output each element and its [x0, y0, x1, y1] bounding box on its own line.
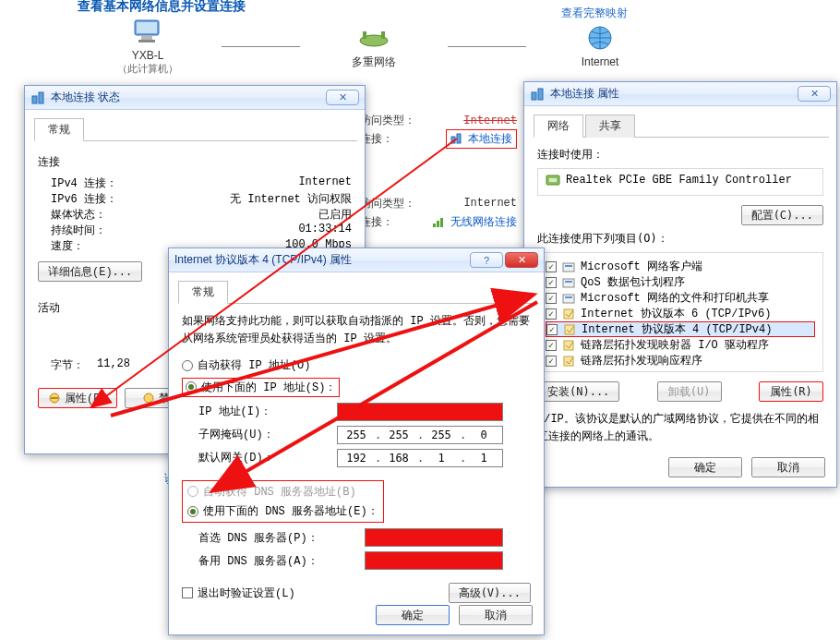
close-icon[interactable]: ✕ — [798, 86, 831, 102]
connection-item[interactable]: Internet 协议版本 6 (TCP/IPv6) — [546, 306, 815, 321]
gw-oct1: 192 — [340, 452, 373, 465]
access-type-label2: 访问类型： — [360, 196, 415, 211]
gateway-input[interactable]: 192. 168. 1. 1 — [337, 449, 503, 467]
adapter-icon — [546, 173, 560, 187]
mask-oct2: 255 — [382, 429, 415, 441]
props-title: 本地连接 属性 — [550, 86, 619, 102]
svg-rect-24 — [563, 279, 574, 287]
gw-oct4: 1 — [467, 452, 500, 465]
close-icon[interactable]: ✕ — [505, 252, 538, 268]
svg-rect-8 — [451, 137, 455, 143]
ipv4-titlebar[interactable]: Internet 协议版本 4 (TCP/IPv4) 属性 ? ✕ — [169, 248, 544, 272]
subnet-mask-input[interactable]: 255. 255. 255. 0 — [337, 426, 503, 444]
radio-auto-ip-label: 自动获得 IP 地址(O) — [198, 357, 310, 373]
description-text: B/IP。该协议是默认的广域网络协议，它提供在不同的相互连接的网络上的通讯。 — [537, 411, 823, 446]
computer-sublabel: （此计算机） — [117, 63, 178, 74]
configure-button[interactable]: 配置(C)... — [741, 205, 823, 225]
tab-general[interactable]: 常规 — [34, 118, 84, 141]
connection-icon — [30, 91, 45, 105]
tab-general[interactable]: 常规 — [178, 281, 228, 304]
media-label: 媒体状态： — [51, 207, 106, 223]
install-button[interactable]: 安装(N)... — [537, 381, 619, 402]
connection-items-list[interactable]: Microsoft 网络客户端QoS 数据包计划程序Microsoft 网络的文… — [537, 252, 823, 372]
this-computer-node: YXB-L （此计算机） — [74, 18, 222, 76]
item-checkbox[interactable] — [546, 261, 557, 272]
topology-connector — [448, 46, 526, 47]
ip-address-label: IP 地址(I)： — [198, 404, 337, 419]
ip-address-input[interactable] — [337, 403, 503, 421]
radio-manual-ip[interactable]: 使用下面的 IP 地址(S)： — [186, 380, 336, 395]
preferred-dns-input[interactable] — [365, 528, 503, 547]
item-checkbox[interactable] — [546, 308, 557, 320]
gw-oct2: 168 — [382, 452, 415, 465]
ok-button[interactable]: 确定 — [376, 605, 450, 625]
item-checkbox[interactable] — [546, 324, 558, 335]
protocol-icon — [562, 292, 575, 305]
radio-auto-ip[interactable]: 自动获得 IP 地址(O) — [182, 357, 310, 373]
ipv6-value: 无 Internet 访问权限 — [230, 191, 352, 207]
item-label: 链路层拓扑发现映射器 I/O 驱动程序 — [581, 337, 769, 353]
status-title: 本地连接 状态 — [51, 90, 120, 105]
props-titlebar[interactable]: 本地连接 属性 ✕ — [524, 82, 836, 106]
svg-rect-26 — [563, 295, 574, 303]
item-label: QoS 数据包计划程序 — [581, 274, 685, 290]
alternate-dns-input[interactable] — [365, 551, 503, 570]
wireless-connection-link[interactable]: 无线网络连接 — [433, 214, 517, 230]
tab-share[interactable]: 共享 — [585, 115, 635, 138]
connection-item[interactable]: Microsoft 网络的文件和打印机共享 — [546, 290, 815, 306]
svg-rect-13 — [32, 96, 37, 103]
local-connection-link[interactable]: 本地连接 — [446, 129, 517, 149]
adapter-name: Realtek PCIe GBE Family Controller — [566, 174, 792, 187]
status-titlebar[interactable]: 本地连接 状态 ✕ — [25, 86, 365, 110]
protocol-icon — [562, 355, 575, 368]
alternate-dns-label: 备用 DNS 服务器(A)： — [198, 553, 365, 569]
topology-heading: 查看基本网络信息并设置连接 — [78, 0, 246, 15]
access-type-value: Internet — [463, 114, 517, 127]
svg-rect-27 — [565, 296, 572, 298]
protocol-icon — [562, 339, 575, 352]
svg-rect-16 — [51, 397, 58, 399]
item-label: 链路层拓扑发现响应程序 — [581, 353, 702, 368]
details-button[interactable]: 详细信息(E)... — [38, 261, 142, 282]
cancel-button[interactable]: 取消 — [751, 457, 825, 477]
tab-network[interactable]: 网络 — [534, 115, 583, 138]
item-checkbox[interactable] — [546, 293, 557, 304]
close-icon[interactable]: ✕ — [326, 90, 359, 105]
radio-manual-dns[interactable]: 使用下面的 DNS 服务器地址(E)： — [187, 503, 378, 519]
item-checkbox[interactable] — [546, 277, 557, 288]
protocol-icon — [562, 276, 575, 289]
svg-rect-11 — [437, 221, 439, 227]
internet-node: Internet — [526, 24, 674, 68]
section-connection: 连接 — [38, 154, 352, 170]
connection-item[interactable]: QoS 数据包计划程序 — [546, 274, 815, 290]
wireless-connection-text: 无线网络连接 — [450, 215, 517, 228]
advanced-button[interactable]: 高级(V)... — [449, 583, 531, 603]
svg-rect-19 — [538, 89, 543, 100]
validate-on-exit-checkbox[interactable]: 退出时验证设置(L) — [182, 586, 295, 601]
svg-rect-2 — [141, 36, 152, 40]
item-properties-button[interactable]: 属性(R) — [759, 381, 823, 402]
router-icon — [355, 23, 392, 51]
ok-button[interactable]: 确定 — [668, 457, 742, 477]
mask-oct1: 255 — [340, 429, 373, 441]
item-checkbox[interactable] — [546, 356, 557, 367]
subnet-mask-label: 子网掩码(U)： — [198, 427, 337, 442]
bytes-value: 11,28 — [97, 357, 130, 373]
properties-button[interactable]: 属性(P) — [38, 388, 117, 408]
local-connection-text: 本地连接 — [468, 132, 512, 145]
svg-rect-21 — [549, 178, 557, 182]
connection-item[interactable]: 链路层拓扑发现映射器 I/O 驱动程序 — [546, 337, 815, 353]
help-icon[interactable]: ? — [470, 252, 503, 268]
svg-rect-25 — [565, 281, 572, 283]
radio-manual-ip-label: 使用下面的 IP 地址(S)： — [201, 380, 336, 395]
connection-item[interactable]: Microsoft 网络客户端 — [546, 259, 815, 274]
connection-item[interactable]: Internet 协议版本 4 (TCP/IPv4) — [546, 321, 815, 337]
gw-oct3: 1 — [425, 452, 458, 465]
cancel-button[interactable]: 取消 — [459, 605, 533, 625]
svg-rect-23 — [565, 265, 572, 267]
radio-manual-dns-label: 使用下面的 DNS 服务器地址(E)： — [203, 503, 378, 519]
item-checkbox[interactable] — [546, 340, 557, 351]
svg-rect-10 — [433, 223, 436, 227]
ipv4-title: Internet 协议版本 4 (TCP/IPv4) 属性 — [174, 252, 352, 268]
connection-item[interactable]: 链路层拓扑发现响应程序 — [546, 353, 815, 368]
